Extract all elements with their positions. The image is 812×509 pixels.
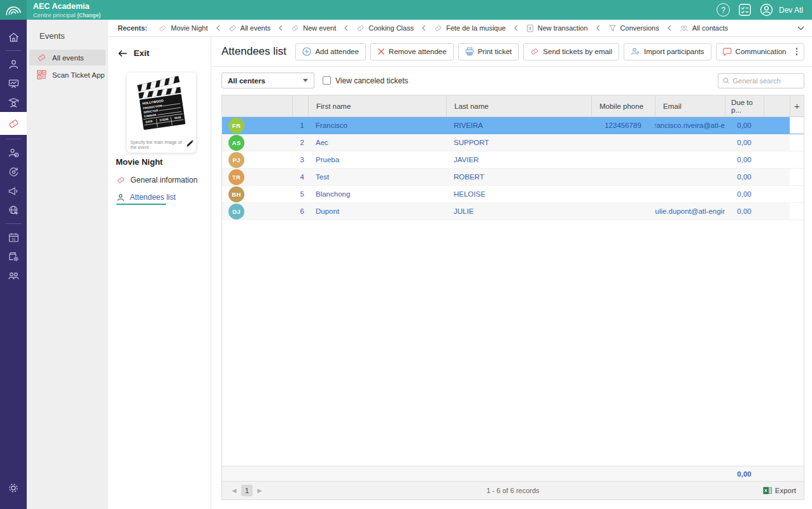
recent-item[interactable]: Movie Night (158, 24, 207, 32)
cell-email (655, 151, 725, 168)
filter-row: All centers View canceled tickets (211, 67, 812, 94)
top-header: AEC Academia Centre principal (Change) ?… (0, 0, 812, 20)
cell-email (655, 186, 725, 202)
add-column-button[interactable]: + (790, 95, 804, 116)
recent-item[interactable]: All events (228, 24, 271, 32)
col-first-name[interactable]: First name (308, 95, 446, 116)
user-name[interactable]: Dev Atl (779, 6, 803, 15)
cell-first-name: Dupont (308, 203, 446, 220)
transactions-icon[interactable] (0, 162, 27, 181)
app-title: AEC Academia (33, 3, 101, 11)
contacts-people-icon (680, 24, 689, 32)
chevron-down-icon (303, 79, 308, 82)
cell-email: julie.dupont@atl-engir (655, 203, 725, 220)
grid-header: First name Last name Mobile phone Email … (222, 95, 804, 117)
calendar-icon[interactable]: 31 (0, 228, 27, 247)
general-search[interactable] (718, 73, 804, 88)
sidebar-item-scan-ticket-app[interactable]: Scan Ticket App (29, 67, 106, 83)
nav-general-information[interactable]: General information (116, 176, 197, 185)
table-row[interactable]: FR 1 Francisco RIVEIRA 123456789 francis… (222, 117, 804, 134)
cell-first-name: Blanchong (308, 186, 446, 202)
cell-due: 0,00 (725, 186, 764, 202)
marketing-icon[interactable] (0, 181, 27, 200)
website-icon[interactable] (0, 200, 27, 220)
cell-due: 0,00 (725, 151, 764, 168)
chevron-left-icon (421, 25, 426, 31)
recent-item[interactable]: All contacts (680, 24, 728, 32)
table-row[interactable]: PJ 3 Prueba JAVIER 0,00 (222, 151, 804, 169)
recent-item[interactable]: New transaction (526, 24, 588, 32)
grid-body: FR 1 Francisco RIVEIRA 123456789 francis… (222, 117, 804, 466)
sidebar-item-all-events[interactable]: All events (29, 50, 106, 66)
community-icon[interactable] (0, 266, 27, 285)
col-number[interactable] (292, 95, 308, 116)
col-due[interactable]: Due to p... (725, 95, 764, 116)
export-button[interactable]: Export (763, 486, 796, 495)
cell-email (655, 134, 725, 151)
presentation-icon[interactable] (0, 74, 27, 93)
more-options-icon[interactable] (795, 48, 798, 55)
import-participants-button[interactable]: Import participants (624, 43, 711, 60)
app-logo[interactable] (0, 0, 27, 20)
col-last-name[interactable]: Last name (446, 95, 591, 116)
prev-page-button[interactable]: ◀ (230, 487, 239, 494)
edit-image-button[interactable] (186, 139, 194, 150)
cell-last-name: ROBERT (446, 169, 591, 185)
event-image-card[interactable]: HOLLYWOOD PRODUCTION DIRECTOR CAMERA DAT… (127, 73, 196, 153)
chevron-left-icon (514, 25, 519, 31)
help-button[interactable]: ? (717, 3, 730, 17)
rail-divider (6, 223, 21, 224)
sales-icon[interactable] (0, 143, 27, 162)
table-row[interactable]: TR 4 Test ROBERT 0,00 (222, 169, 804, 186)
search-input[interactable] (732, 77, 799, 85)
grid-pager: ◀ 1 ▶ 1 - 6 of 6 records Export (222, 481, 804, 499)
col-email[interactable]: Email (655, 95, 725, 116)
recents-expand-button[interactable] (797, 26, 812, 31)
add-attendee-button[interactable]: Add attendee (295, 43, 365, 60)
recent-item[interactable]: New event (291, 24, 336, 32)
chevron-left-icon (344, 25, 349, 31)
rail-divider (6, 139, 21, 139)
products-icon[interactable] (0, 247, 27, 266)
search-icon (723, 77, 729, 85)
centers-dropdown[interactable]: All centers (221, 73, 314, 88)
tasks-icon[interactable] (738, 3, 752, 17)
cell-number: 5 (292, 186, 308, 202)
academy-icon[interactable] (0, 93, 27, 112)
plus-circle-icon (302, 47, 311, 56)
recent-item[interactable]: Conversions (608, 24, 659, 32)
table-row[interactable]: BH 5 Blanchong HELOISE 0,00 (222, 186, 804, 203)
checkbox-box[interactable] (323, 76, 331, 85)
transaction-doc-icon (526, 24, 534, 32)
printer-icon (465, 47, 474, 56)
col-mobile-phone[interactable]: Mobile phone (591, 95, 655, 116)
icon-rail: 31 (0, 20, 27, 509)
events-sidebar-title: Events (27, 20, 108, 48)
recent-item[interactable]: Cooking Class (356, 24, 414, 32)
contacts-icon[interactable] (0, 55, 27, 74)
table-row[interactable]: AS 2 Aec SUPPORT 0,00 (222, 134, 804, 151)
chevron-left-icon (216, 25, 221, 31)
next-page-button[interactable]: ▶ (255, 487, 264, 494)
col-avatar[interactable] (222, 95, 292, 116)
recent-item[interactable]: Fete de la musique (434, 24, 506, 32)
print-ticket-button[interactable]: Print ticket (458, 43, 519, 60)
events-module-active[interactable] (0, 112, 27, 135)
user-profile-icon[interactable] (760, 3, 773, 17)
change-center-link[interactable]: (Change) (77, 12, 101, 18)
communication-button[interactable]: Communication (716, 43, 804, 60)
back-arrow-icon (118, 50, 127, 57)
cell-mobile (591, 169, 655, 185)
home-icon[interactable] (0, 27, 27, 46)
page-number-button[interactable]: 1 (241, 485, 253, 496)
import-people-icon (631, 47, 640, 56)
avatar: BH (228, 186, 244, 202)
remove-attendee-button[interactable]: Remove attendee (370, 43, 454, 60)
table-row[interactable]: DJ 6 Dupont JULIE julie.dupont@atl-engir… (222, 203, 804, 220)
settings-gear-icon[interactable] (0, 478, 27, 498)
view-canceled-checkbox[interactable]: View canceled tickets (323, 76, 409, 85)
avatar: FR (228, 118, 244, 134)
exit-button[interactable]: Exit (108, 37, 211, 58)
nav-attendees-list[interactable]: Attendees list (116, 193, 176, 202)
send-tickets-email-button[interactable]: Send tickets by email (523, 43, 619, 60)
